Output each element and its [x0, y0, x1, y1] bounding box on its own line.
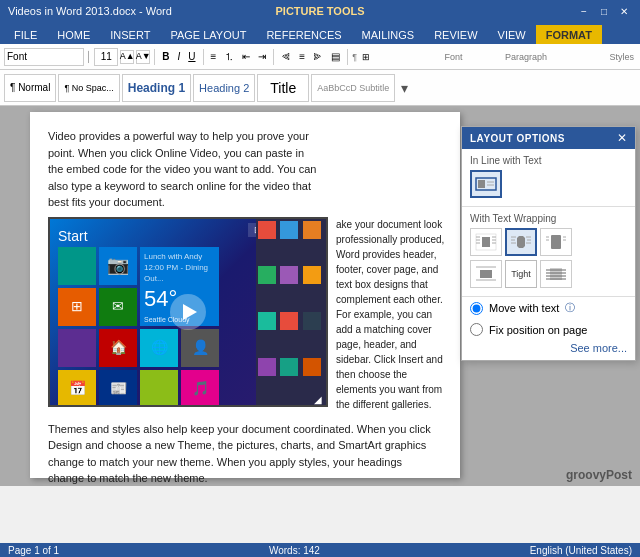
style-heading1[interactable]: Heading 1: [122, 74, 191, 102]
style-heading2[interactable]: Heading 2: [193, 74, 255, 102]
tile-5: [58, 329, 96, 367]
font-grow-button[interactable]: A▲: [120, 50, 134, 64]
restore-button[interactable]: □: [596, 4, 612, 18]
svg-rect-19: [551, 235, 561, 249]
thumb-11: [280, 358, 298, 376]
move-with-text-info-icon[interactable]: ⓘ: [565, 301, 575, 315]
minimize-button[interactable]: −: [576, 4, 592, 18]
font-size-input[interactable]: [94, 48, 118, 66]
font-name-input[interactable]: [4, 48, 84, 66]
tab-file[interactable]: FILE: [4, 25, 47, 44]
wrap-behind-icon[interactable]: [540, 260, 572, 288]
layout-options-close-button[interactable]: ✕: [617, 131, 627, 145]
tab-home[interactable]: HOME: [47, 25, 100, 44]
separator3: [273, 49, 274, 65]
move-with-text-radio[interactable]: [470, 302, 483, 315]
paragraph-mark: ¶: [352, 52, 357, 62]
tab-mailings[interactable]: MAILINGS: [352, 25, 425, 44]
watermark: groovyPost: [566, 468, 632, 482]
numbered-list-button[interactable]: ⒈: [221, 47, 237, 67]
style-subtitle[interactable]: AaBbCcD Subtitle: [311, 74, 395, 102]
thumb-1: [258, 221, 276, 239]
win8-screen: Start 📷 Lunch with Andy 12:00 PM - Dinin…: [50, 219, 326, 405]
tab-references[interactable]: REFERENCES: [256, 25, 351, 44]
move-with-text-label: Move with text: [489, 302, 559, 314]
svg-marker-12: [517, 236, 525, 248]
align-left-button[interactable]: ⫷: [278, 47, 294, 67]
thumbnail-panel: [256, 219, 326, 405]
layout-options-title: LAYOUT OPTIONS: [470, 133, 565, 144]
align-center-button[interactable]: ≡: [296, 47, 308, 67]
tab-view[interactable]: VIEW: [488, 25, 536, 44]
font-label: Font: [444, 52, 462, 62]
inline-section-title: In Line with Text: [470, 155, 627, 166]
bullet-list-button[interactable]: ≡: [208, 47, 220, 67]
inline-section: In Line with Text: [462, 149, 635, 206]
thumb-8: [280, 312, 298, 330]
tab-review[interactable]: REVIEW: [424, 25, 487, 44]
layout-options-panel: LAYOUT OPTIONS ✕ In Line with Text Wit: [461, 126, 636, 361]
wrap-topbottom-svg: [474, 264, 498, 284]
align-right-button[interactable]: ⫸: [310, 47, 326, 67]
increase-indent-button[interactable]: ⇥: [255, 47, 269, 67]
status-page-info: Page 1 of 1: [8, 545, 59, 556]
font-shrink-button[interactable]: A▼: [136, 50, 150, 64]
close-button[interactable]: ✕: [616, 4, 632, 18]
wrapping-icons-row2: Tight: [470, 260, 627, 288]
tab-format[interactable]: FORMAT: [536, 25, 602, 44]
wrap-square-icon[interactable]: [470, 228, 502, 256]
right-column-text: ake your document look professionally pr…: [336, 217, 446, 415]
tile-7: 🌐: [140, 329, 178, 367]
thumb-4: [258, 266, 276, 284]
justify-button[interactable]: ▤: [328, 47, 343, 67]
inline-icon-svg: [474, 174, 498, 194]
wrap-behind-svg: [544, 264, 568, 284]
wrap-tight-label-icon[interactable]: Tight: [505, 260, 537, 288]
play-triangle-icon: [183, 304, 197, 320]
underline-button[interactable]: U: [185, 47, 198, 67]
tile-2: 📷: [99, 247, 137, 285]
svg-rect-24: [480, 270, 492, 278]
status-bar: Page 1 of 1 Words: 142 English (United S…: [0, 543, 640, 557]
wrap-tight-icon-top[interactable]: [505, 228, 537, 256]
thumb-9: [303, 312, 321, 330]
fix-position-label: Fix position on page: [489, 324, 587, 336]
video-embed[interactable]: Start 📷 Lunch with Andy 12:00 PM - Dinin…: [48, 217, 328, 407]
style-title[interactable]: Title: [257, 74, 309, 102]
italic-button[interactable]: I: [174, 47, 183, 67]
tab-page-layout[interactable]: PAGE LAYOUT: [160, 25, 256, 44]
section-labels: Font Paragraph Styles: [444, 52, 634, 62]
tile-3: ⊞: [58, 288, 96, 326]
wrap-tight-svg: [509, 232, 533, 252]
wrap-topbottom-icon[interactable]: [470, 260, 502, 288]
font-size-separator: │: [86, 51, 92, 62]
see-more-link[interactable]: See more...: [462, 340, 635, 360]
paragraph1: Video provides a powerful way to help yo…: [48, 128, 318, 211]
bold-button[interactable]: B: [159, 47, 172, 67]
picture-tools-label: PICTURE TOOLS: [275, 5, 364, 17]
ribbon-tab-bar: FILE HOME INSERT PAGE LAYOUT REFERENCES …: [0, 22, 640, 44]
thumb-3: [303, 221, 321, 239]
status-lang: English (United States): [530, 545, 632, 556]
layout-options-header: LAYOUT OPTIONS ✕: [462, 127, 635, 149]
status-word-count: Words: 142: [269, 545, 320, 556]
fix-position-radio[interactable]: [470, 323, 483, 336]
style-nospace[interactable]: ¶ No Spac...: [58, 74, 119, 102]
thumb-12: [303, 358, 321, 376]
styles-more-button[interactable]: ▾: [401, 80, 408, 96]
inline-icon[interactable]: [470, 170, 502, 198]
tile-11: [140, 370, 178, 405]
play-button[interactable]: [170, 294, 206, 330]
style-normal[interactable]: ¶ Normal: [4, 74, 56, 102]
wrap-through-icon[interactable]: [540, 228, 572, 256]
decrease-indent-button[interactable]: ⇤: [239, 47, 253, 67]
title-bar-text: Videos in Word 2013.docx - Word: [8, 5, 172, 17]
tile-1: [58, 247, 96, 285]
tab-insert[interactable]: INSERT: [100, 25, 160, 44]
weather-date: Lunch with Andy 12:00 PM - Dining Out...: [144, 251, 215, 285]
thumb-6: [303, 266, 321, 284]
show-hide-button[interactable]: ⊞: [359, 47, 373, 67]
separator1: [154, 49, 155, 65]
resize-handle[interactable]: ◢: [314, 393, 324, 403]
tile-8: 👤: [181, 329, 219, 367]
